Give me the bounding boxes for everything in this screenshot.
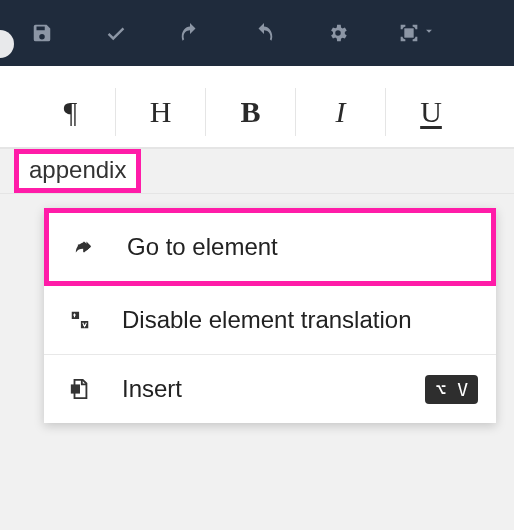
bold-button[interactable]: B <box>206 88 296 136</box>
italic-button[interactable]: I <box>296 88 386 136</box>
chevron-down-icon <box>422 24 436 38</box>
shortcut-badge: ⌥ V <box>425 375 478 404</box>
goto-icon <box>71 233 99 261</box>
gear-icon <box>327 22 349 44</box>
main-toolbar <box>0 0 514 66</box>
heading-button[interactable]: H <box>116 88 206 136</box>
dropdown-toggle[interactable] <box>422 24 436 42</box>
redo-icon <box>253 22 275 44</box>
menu-item-goto-element[interactable]: Go to element <box>44 208 496 286</box>
content-area: Go to element Disable element translatio… <box>0 194 514 530</box>
breadcrumb-tag[interactable]: appendix <box>14 149 141 193</box>
paragraph-icon: ¶ <box>64 95 78 129</box>
fullscreen-icon <box>398 22 420 44</box>
bold-label: B <box>240 95 260 129</box>
heading-label: H <box>150 95 172 129</box>
redo-button[interactable] <box>250 19 278 47</box>
breadcrumb-bar: appendix <box>0 148 514 194</box>
menu-item-insert[interactable]: Insert ⌥ V <box>44 355 496 423</box>
menu-item-label: Disable element translation <box>122 306 412 334</box>
confirm-button[interactable] <box>102 19 130 47</box>
save-icon <box>31 22 53 44</box>
underline-label: U <box>420 95 442 129</box>
menu-item-label: Go to element <box>127 233 278 261</box>
italic-label: I <box>336 95 346 129</box>
menu-item-disable-translation[interactable]: Disable element translation <box>44 286 496 355</box>
check-icon <box>105 22 127 44</box>
breadcrumb-label: appendix <box>29 156 126 183</box>
undo-icon <box>179 22 201 44</box>
save-button[interactable] <box>28 19 56 47</box>
translate-off-icon <box>66 306 94 334</box>
svg-rect-1 <box>71 384 80 393</box>
svg-rect-0 <box>405 29 412 36</box>
insert-icon <box>66 375 94 403</box>
underline-button[interactable]: U <box>386 88 476 136</box>
settings-button[interactable] <box>324 19 352 47</box>
undo-button[interactable] <box>176 19 204 47</box>
format-toolbar: ¶ H B I U <box>0 76 514 148</box>
context-menu: Go to element Disable element translatio… <box>44 208 496 423</box>
menu-item-label: Insert <box>122 375 182 403</box>
paragraph-button[interactable]: ¶ <box>26 88 116 136</box>
fullscreen-button[interactable] <box>398 22 436 44</box>
